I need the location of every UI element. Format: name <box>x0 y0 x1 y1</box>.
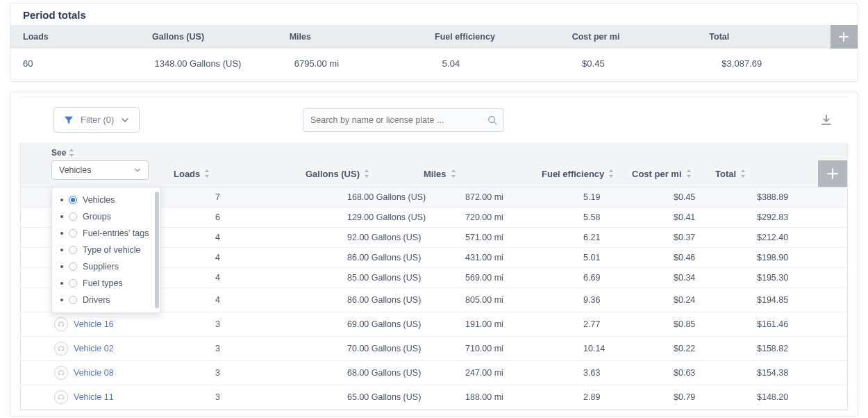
radio-icon <box>69 212 77 221</box>
cell-cost: $0.79 <box>674 392 757 402</box>
svg-point-9 <box>59 398 60 399</box>
see-option[interactable]: Fuel-entries' tags <box>52 225 160 242</box>
filter-label: Filter (0) <box>81 115 114 125</box>
sort-icon <box>69 149 74 157</box>
chevron-down-icon <box>121 116 129 124</box>
cell-cost: $0.34 <box>674 273 757 283</box>
see-label: See <box>21 142 847 160</box>
cell-loads: 4 <box>215 295 347 305</box>
search-input[interactable] <box>303 108 504 132</box>
cell-total: $194.85 <box>757 295 847 305</box>
see-option-label: Vehicles <box>83 195 115 205</box>
cell-loads: 3 <box>215 344 347 353</box>
vehicle-icon <box>54 317 68 331</box>
col-header-loads[interactable]: Loads <box>174 169 306 179</box>
see-option-label: Fuel types <box>83 278 123 288</box>
table-row[interactable]: Vehicle 11365.00 Gallons (US)188.00 mi2.… <box>21 385 847 410</box>
cell-eff: 5.01 <box>583 253 674 262</box>
cell-loads: 7 <box>215 192 347 202</box>
see-dropdown[interactable]: VehiclesGroupsFuel-entries' tagsType of … <box>51 187 161 313</box>
cell-loads: 4 <box>215 233 347 242</box>
main-panel: Filter (0) See <box>10 92 858 417</box>
cell-total: $148.20 <box>757 392 847 402</box>
radio-icon <box>69 262 77 271</box>
period-header-total: Total <box>709 32 830 42</box>
cell-loads: 3 <box>215 368 347 378</box>
cell-gallons: 68.00 Gallons (US) <box>347 368 465 378</box>
cell-miles: 188.00 mi <box>465 392 583 402</box>
vehicle-link[interactable]: Vehicle 16 <box>74 319 114 329</box>
chevron-down-icon <box>134 167 141 174</box>
cell-total: $212.40 <box>757 233 847 242</box>
cell-eff: 6.69 <box>583 273 674 283</box>
funnel-icon <box>64 115 74 125</box>
cell-gallons: 69.00 Gallons (US) <box>347 319 465 329</box>
see-option[interactable]: Fuel types <box>52 275 160 292</box>
radio-icon <box>69 279 77 287</box>
vehicle-cell: Vehicle 08 <box>21 366 215 380</box>
see-option-label: Fuel-entries' tags <box>83 228 149 238</box>
cell-gallons: 168.00 Gallons (US) <box>347 192 465 202</box>
add-column-button[interactable] <box>831 25 858 49</box>
period-miles: 6795.00 mi <box>294 58 442 69</box>
svg-point-6 <box>62 349 63 351</box>
period-values-row: 60 1348.00 Gallons (US) 6795.00 mi 5.04 … <box>10 49 858 78</box>
svg-point-4 <box>62 325 63 326</box>
vehicle-link[interactable]: Vehicle 11 <box>74 392 114 402</box>
vehicle-cell: Vehicle 02 <box>21 342 215 356</box>
col-header-miles[interactable]: Miles <box>424 169 542 179</box>
cell-cost: $0.85 <box>674 319 757 329</box>
filter-button[interactable]: Filter (0) <box>53 107 140 133</box>
cell-miles: 247.00 mi <box>465 368 583 378</box>
see-option[interactable]: Type of vehicle <box>52 242 160 258</box>
cell-total: $161.46 <box>757 319 847 329</box>
col-header-gallons[interactable]: Gallons (US) <box>306 169 424 179</box>
cell-eff: 5.19 <box>583 192 674 202</box>
table-row[interactable]: Vehicle 16369.00 Gallons (US)191.00 mi2.… <box>21 312 847 337</box>
col-header-total[interactable]: Total <box>715 169 789 179</box>
period-eff: 5.04 <box>442 58 582 69</box>
cell-miles: 191.00 mi <box>465 319 583 329</box>
bullet-icon <box>60 299 63 301</box>
search-field[interactable] <box>303 108 504 132</box>
download-button[interactable] <box>816 110 837 131</box>
bullet-icon <box>60 282 63 285</box>
table-header: See Vehicles VehiclesGroupsFuel-entries'… <box>21 142 847 187</box>
see-select[interactable]: Vehicles <box>51 160 149 180</box>
see-option[interactable]: Groups <box>52 208 160 225</box>
radio-icon <box>69 196 77 204</box>
period-title: Period totals <box>10 3 858 25</box>
cell-miles: 431.00 mi <box>465 253 583 262</box>
cell-gallons: 65.00 Gallons (US) <box>347 392 465 402</box>
vehicle-link[interactable]: Vehicle 08 <box>74 368 114 378</box>
period-total: $3,087.69 <box>721 58 845 69</box>
search-icon <box>487 115 497 125</box>
see-option[interactable]: Vehicles <box>52 192 160 208</box>
add-column-button[interactable] <box>818 160 847 187</box>
plus-icon <box>838 31 849 42</box>
download-icon <box>820 114 833 126</box>
radio-icon <box>69 296 77 304</box>
cell-cost: $0.24 <box>674 295 757 305</box>
period-loads: 60 <box>23 58 154 69</box>
table-row[interactable]: Vehicle 02370.00 Gallons (US)710.00 mi10… <box>21 337 847 361</box>
cell-total: $198.90 <box>757 253 847 262</box>
see-option[interactable]: Suppliers <box>52 258 160 275</box>
bullet-icon <box>60 199 63 201</box>
cell-total: $388.89 <box>757 192 847 202</box>
period-gallons: 1348.00 Gallons (US) <box>154 58 294 69</box>
table-container: See Vehicles VehiclesGroupsFuel-entries'… <box>20 142 848 410</box>
cell-cost: $0.46 <box>674 253 757 262</box>
period-totals-card: Period totals Loads Gallons (US) Miles F… <box>10 3 858 82</box>
see-option[interactable]: Drivers <box>52 292 160 308</box>
col-header-eff[interactable]: Fuel efficiency <box>542 169 632 179</box>
svg-point-8 <box>62 374 63 375</box>
vehicle-icon <box>54 390 68 404</box>
cell-loads: 4 <box>215 273 347 283</box>
cell-total: $158.82 <box>757 344 847 353</box>
col-header-cost[interactable]: Cost per mi <box>632 169 715 179</box>
vehicle-link[interactable]: Vehicle 02 <box>74 344 114 353</box>
table-row[interactable]: Vehicle 08368.00 Gallons (US)247.00 mi3.… <box>21 361 847 385</box>
svg-point-5 <box>59 349 60 351</box>
cell-total: $195.30 <box>757 273 847 283</box>
